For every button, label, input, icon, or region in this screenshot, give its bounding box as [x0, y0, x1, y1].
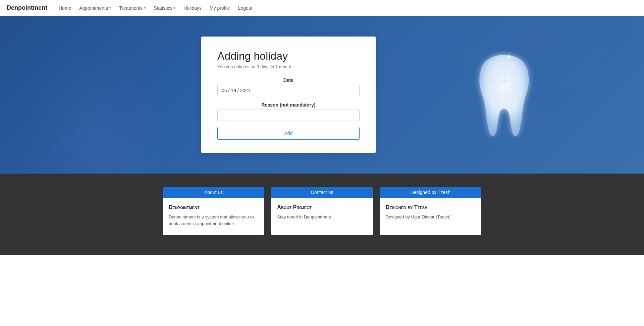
footer: About us Denpointment Denpointment is a … [0, 174, 644, 255]
footer-contact-title: About Project [277, 204, 367, 210]
form-subtitle: You can only rest at 3 days in 1 month [217, 64, 360, 69]
footer-designed-title: Designed by Tzesh [386, 204, 475, 210]
navbar: Denpointment Home Appointments ▾ Treatme… [0, 0, 644, 16]
footer-contact-card: Contact us About Project Stay tuned in D… [271, 187, 373, 235]
date-input[interactable] [217, 85, 360, 96]
nav-treatments[interactable]: Treatments ▾ [116, 3, 149, 13]
date-label: Date [217, 77, 360, 83]
nav-my-profile[interactable]: My profile [206, 3, 233, 13]
footer-designed-body: Designed by Tzesh Designed by Uğur Dinda… [380, 198, 481, 229]
footer-about-title: Denpointment [169, 204, 258, 210]
reason-field-group: Reason (not mandatory) [217, 102, 360, 121]
hero-section: Adding holiday You can only rest at 3 da… [0, 16, 644, 174]
nav-logout[interactable]: Logout [235, 3, 256, 13]
statistics-caret-icon: ▾ [174, 6, 175, 10]
footer-designed-text: Designed by Uğur Dindar (Tzesh) [386, 214, 475, 220]
footer-cards: About us Denpointment Denpointment is a … [163, 187, 481, 235]
appointments-caret-icon: ▾ [109, 6, 111, 10]
reason-label: Reason (not mandatory) [217, 102, 360, 108]
tooth-illustration [467, 51, 541, 138]
footer-about-header: About us [163, 187, 264, 198]
footer-contact-body: About Project Stay tuned in Denpointment [271, 198, 373, 229]
date-field-group: Date [217, 77, 360, 96]
nav-links: Home Appointments ▾ Treatments ▾ Statist… [55, 3, 256, 13]
nav-statistics[interactable]: Statistics ▾ [150, 3, 179, 13]
brand-logo[interactable]: Denpointment [7, 4, 47, 11]
treatments-caret-icon: ▾ [144, 6, 146, 10]
reason-input[interactable] [217, 110, 360, 121]
nav-holidays[interactable]: Holidays [180, 3, 205, 13]
footer-contact-text: Stay tuned in Denpointment [277, 214, 367, 220]
footer-contact-header: Contact us [271, 187, 373, 198]
footer-about-card: About us Denpointment Denpointment is a … [163, 187, 264, 235]
footer-about-text: Denpointment is a system that allows you… [169, 214, 258, 227]
nav-home[interactable]: Home [55, 3, 74, 13]
footer-about-body: Denpointment Denpointment is a system th… [163, 198, 264, 235]
footer-designed-card: Designed by Tzesh Designed by Tzesh Desi… [380, 187, 481, 235]
footer-designed-header: Designed by Tzesh [380, 187, 481, 198]
adding-holiday-card: Adding holiday You can only rest at 3 da… [201, 37, 376, 153]
form-title: Adding holiday [217, 50, 360, 62]
add-button[interactable]: Add [217, 127, 360, 140]
nav-appointments[interactable]: Appointments ▾ [76, 3, 114, 13]
